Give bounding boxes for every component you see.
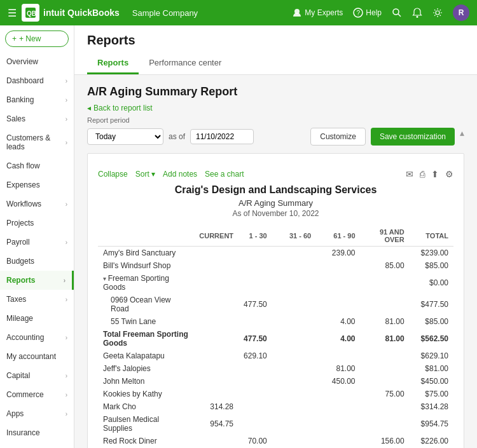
save-customization-button[interactable]: Save customization (371, 128, 455, 146)
cell-d31_60 (272, 388, 316, 400)
sidebar-item-workflows[interactable]: Workflows › (0, 194, 74, 214)
hamburger-button[interactable]: ☰ (8, 7, 17, 19)
sidebar-item-projects[interactable]: Projects (0, 214, 74, 233)
sidebar-item-reports[interactable]: Reports › (0, 271, 74, 290)
settings-button[interactable] (432, 8, 443, 18)
help-button[interactable]: ? Help (353, 8, 382, 18)
report-date-select[interactable]: Today (87, 128, 163, 145)
cell-d91over (361, 247, 410, 260)
sidebar-item-payroll[interactable]: Payroll › (0, 233, 74, 252)
cell-d91over: 75.00 (361, 388, 410, 400)
my-experts-button[interactable]: My Experts (292, 8, 343, 18)
svg-point-5 (393, 9, 399, 15)
sidebar-item-commerce[interactable]: Commerce › (0, 385, 74, 404)
cell-current (194, 388, 238, 400)
topbar: ☰ QB intuit QuickBooks Sample Company My… (0, 0, 477, 25)
cell-d1_30: 477.50 (238, 328, 272, 350)
sidebar-item-insurance[interactable]: Insurance (0, 423, 74, 442)
notifications-button[interactable] (412, 8, 422, 18)
help-label: Help (366, 8, 382, 17)
email-icon[interactable]: ✉ (406, 169, 413, 179)
sidebar-item-mileage[interactable]: Mileage (0, 309, 74, 328)
sidebar: + + New Overview Dashboard › Banking › S… (0, 25, 74, 448)
sidebar-item-apps[interactable]: Apps › (0, 404, 74, 423)
new-button[interactable]: + + New (5, 31, 69, 47)
sidebar-item-capital[interactable]: Capital › (0, 366, 74, 385)
cell-current (194, 362, 238, 375)
chevron-icon: › (64, 277, 66, 284)
cell-d91over (361, 350, 410, 362)
search-button[interactable] (392, 8, 402, 18)
col-header-1-30: 1 - 30 (238, 226, 272, 247)
see-chart-button[interactable]: See a chart (205, 170, 244, 179)
table-row: John Melton450.00$450.00 (98, 375, 453, 388)
customize-button[interactable]: Customize (310, 128, 366, 146)
cell-name: John Melton (98, 375, 194, 388)
cell-current (194, 328, 238, 350)
cell-name: Geeta Kalapatapu (98, 350, 194, 362)
report-company-name: Craig's Design and Landscaping Services (98, 184, 453, 196)
cell-d61_90 (316, 413, 360, 435)
table-row: Red Rock Diner70.00156.00$226.00 (98, 435, 453, 447)
cell-d61_90: 450.00 (316, 375, 360, 388)
back-arrow-icon: ◂ (87, 104, 91, 112)
svg-point-8 (436, 11, 439, 15)
report-period-label: Report period (87, 116, 464, 124)
table-row: Total Freeman Sporting Goods477.504.0081… (98, 328, 453, 350)
cell-d1_30: 629.10 (238, 350, 272, 362)
sidebar-item-sales[interactable]: Sales › (0, 109, 74, 128)
cell-name: Jeff's Jalopies (98, 362, 194, 375)
sidebar-item-banking[interactable]: Banking › (0, 90, 74, 109)
collapse-chevron-icon[interactable]: ▴ (460, 128, 464, 146)
settings-icon[interactable]: ⚙ (445, 169, 453, 179)
date-input[interactable] (190, 129, 254, 144)
collapse-button[interactable]: Collapse (98, 170, 128, 179)
chevron-icon: › (66, 372, 67, 379)
cell-d61_90: 4.00 (316, 328, 360, 350)
logo-text: intuit QuickBooks (43, 8, 120, 18)
avatar[interactable]: R (453, 4, 469, 21)
sidebar-item-accounting[interactable]: Accounting › (0, 328, 74, 347)
tab-reports[interactable]: Reports (87, 53, 139, 74)
cell-total: $629.10 (410, 350, 453, 362)
table-header-row: CURRENT 1 - 30 31 - 60 61 - 90 91 AND OV… (98, 226, 453, 247)
cell-d91over: 81.00 (361, 328, 410, 350)
cell-d91over: 156.00 (361, 435, 410, 447)
sidebar-item-taxes[interactable]: Taxes › (0, 290, 74, 309)
cell-d61_90 (316, 388, 360, 400)
add-notes-button[interactable]: Add notes (163, 170, 197, 179)
export-icon[interactable]: ⬆ (431, 169, 439, 179)
cell-d31_60 (272, 362, 316, 375)
cell-name: Bill's Windsurf Shop (98, 259, 194, 272)
page-tabs: Reports Performance center (87, 53, 464, 74)
tab-performance[interactable]: Performance center (139, 53, 232, 74)
col-header-total: TOTAL (410, 226, 453, 247)
sidebar-item-dashboard[interactable]: Dashboard › (0, 71, 74, 90)
cell-current (194, 294, 238, 315)
chevron-icon: › (66, 97, 67, 104)
cell-d31_60 (272, 350, 316, 362)
svg-text:?: ? (357, 10, 361, 17)
cell-total: $954.75 (410, 413, 453, 435)
cell-d91over (361, 400, 410, 413)
my-experts-label: My Experts (305, 8, 343, 17)
sidebar-item-customers[interactable]: Customers & leads › (0, 128, 74, 156)
sidebar-item-overview[interactable]: Overview (0, 52, 74, 71)
report-controls: Today as of Customize Save customization… (87, 128, 464, 146)
sidebar-item-expenses[interactable]: Expenses (0, 175, 74, 194)
sort-button[interactable]: Sort ▾ (135, 170, 155, 179)
cell-d91over: 81.00 (361, 315, 410, 328)
table-row: 0969 Ocean View Road477.50$477.50 (98, 294, 453, 315)
sidebar-item-cashflow[interactable]: Cash flow (0, 156, 74, 175)
cell-name: Paulsen Medical Supplies (98, 413, 194, 435)
table-row: Kookies by Kathy75.00$75.00 (98, 388, 453, 400)
cell-d61_90 (316, 294, 360, 315)
print-icon[interactable]: ⎙ (420, 169, 425, 179)
chevron-icon: › (66, 78, 67, 85)
sidebar-item-myaccountant[interactable]: My accountant (0, 347, 74, 366)
back-link[interactable]: ◂ Back to report list (87, 104, 464, 112)
cell-current (194, 435, 238, 447)
cell-d61_90 (316, 259, 360, 272)
table-row: 55 Twin Lane4.0081.00$85.00 (98, 315, 453, 328)
sidebar-item-budgets[interactable]: Budgets (0, 252, 74, 271)
